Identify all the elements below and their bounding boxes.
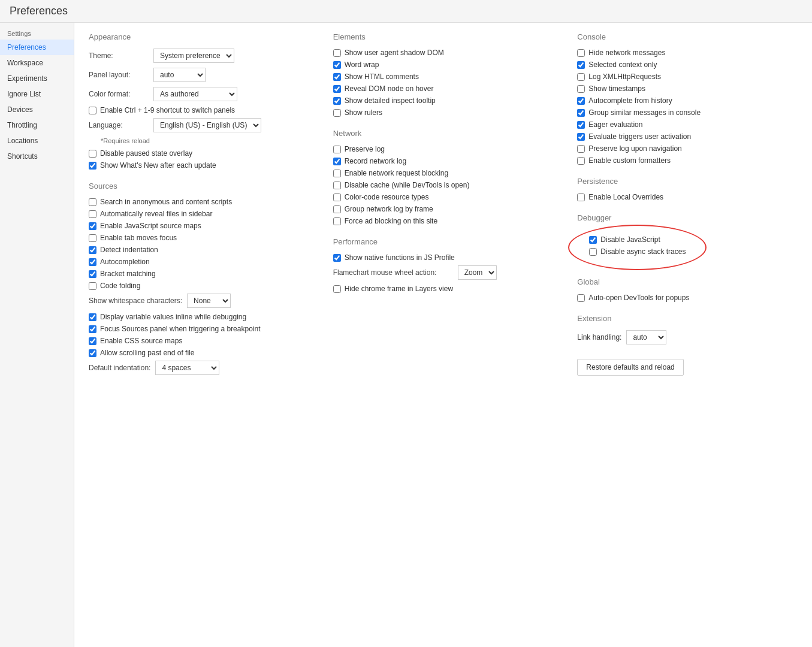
sidebar-item-ignore-list[interactable]: Ignore List bbox=[0, 86, 74, 102]
console-checkboxes-checkbox-0[interactable] bbox=[577, 49, 585, 57]
whats-new-checkbox[interactable] bbox=[89, 162, 96, 170]
color-format-select[interactable]: As authored HEX RGB HSL bbox=[153, 87, 237, 101]
whitespace-select[interactable]: None All Trailing bbox=[187, 294, 231, 308]
native-functions-checkbox[interactable] bbox=[333, 254, 341, 262]
checkbox-row-1: Disable async stack traces bbox=[589, 247, 686, 256]
link-handling-select[interactable]: auto reveal bbox=[626, 330, 666, 344]
console-checkboxes-label-6: Eager evaluation bbox=[588, 120, 642, 129]
ctrl-shortcut-checkbox[interactable] bbox=[89, 107, 96, 114]
native-functions-label: Show native functions in JS Profile bbox=[345, 253, 455, 262]
sources-checkboxes-checkbox-4[interactable] bbox=[89, 246, 96, 254]
sources-checkboxes-checkbox-3[interactable] bbox=[89, 234, 96, 242]
checkbox-row-4: Detect indentation bbox=[89, 246, 309, 254]
network-checkboxes-label-2: Enable network request blocking bbox=[345, 169, 448, 177]
sidebar-item-shortcuts[interactable]: Shortcuts bbox=[0, 149, 74, 164]
sources-bottom-checkboxes-checkbox-2[interactable] bbox=[89, 337, 96, 345]
sources-bottom-checkboxes-label-3: Allow scrolling past end of file bbox=[100, 349, 194, 357]
elements-checkboxes-checkbox-1[interactable] bbox=[333, 61, 341, 69]
console-checkboxes-checkbox-9[interactable] bbox=[577, 157, 585, 165]
console-checkboxes-checkbox-6[interactable] bbox=[577, 121, 585, 129]
column-1: Appearance Theme: System preference Ligh… bbox=[89, 32, 309, 637]
global-checkboxes-checkbox-0[interactable] bbox=[577, 294, 585, 302]
language-select[interactable]: English (US) - English (US) bbox=[153, 118, 261, 132]
network-checkboxes-checkbox-6[interactable] bbox=[333, 217, 341, 225]
panel-layout-label: Panel layout: bbox=[89, 71, 149, 79]
elements-checkboxes-checkbox-0[interactable] bbox=[333, 49, 341, 57]
indentation-row: Default indentation: 2 spaces 4 spaces 8… bbox=[89, 361, 309, 375]
debugger-section: Disable JavaScriptDisable async stack tr… bbox=[577, 229, 698, 265]
checkbox-row-0: Show user agent shadow DOM bbox=[333, 49, 554, 57]
checkbox-row-0: Enable Local Overrides bbox=[577, 193, 798, 201]
network-checkboxes: Preserve logRecord network logEnable net… bbox=[333, 145, 554, 225]
sources-checkboxes-checkbox-2[interactable] bbox=[89, 222, 96, 230]
network-checkboxes-checkbox-1[interactable] bbox=[333, 158, 341, 165]
sources-checkboxes-checkbox-0[interactable] bbox=[89, 198, 96, 206]
sources-section-header: Sources bbox=[89, 182, 309, 191]
sources-bottom-checkboxes-label-1: Focus Sources panel when triggering a br… bbox=[100, 325, 261, 333]
persistence-checkboxes-checkbox-0[interactable] bbox=[577, 194, 585, 201]
disable-paused-label: Disable paused state overlay bbox=[100, 149, 192, 158]
indentation-select[interactable]: 2 spaces 4 spaces 8 spaces Tab character bbox=[155, 361, 219, 375]
ctrl-shortcut-label: Enable Ctrl + 1-9 shortcut to switch pan… bbox=[100, 106, 235, 114]
console-checkboxes-checkbox-8[interactable] bbox=[577, 145, 585, 153]
checkbox-row-1: Selected context only bbox=[577, 61, 798, 69]
elements-checkboxes-checkbox-5[interactable] bbox=[333, 109, 341, 117]
hide-chrome-row: Hide chrome frame in Layers view bbox=[333, 285, 554, 293]
console-checkboxes-checkbox-7[interactable] bbox=[577, 133, 585, 141]
column-3: Console Hide network messagesSelected co… bbox=[577, 32, 798, 637]
restore-button[interactable]: Restore defaults and reload bbox=[577, 359, 683, 376]
elements-checkboxes: Show user agent shadow DOMWord wrapShow … bbox=[333, 49, 554, 117]
language-row: Language: English (US) - English (US) bbox=[89, 118, 309, 132]
console-checkboxes-checkbox-2[interactable] bbox=[577, 73, 585, 81]
sources-bottom-checkboxes: Display variable values inline while deb… bbox=[89, 313, 309, 357]
sidebar-item-preferences[interactable]: Preferences bbox=[0, 40, 74, 55]
checkbox-row-0: Auto-open DevTools for popups bbox=[577, 294, 798, 302]
sources-checkboxes-checkbox-1[interactable] bbox=[89, 210, 96, 218]
sources-bottom-checkboxes-checkbox-1[interactable] bbox=[89, 325, 96, 333]
theme-select[interactable]: System preference Light Dark bbox=[153, 49, 234, 63]
elements-checkboxes-checkbox-2[interactable] bbox=[333, 73, 341, 81]
sidebar-item-devices[interactable]: Devices bbox=[0, 102, 74, 117]
network-checkboxes-checkbox-5[interactable] bbox=[333, 205, 341, 213]
sources-checkboxes-label-1: Automatically reveal files in sidebar bbox=[100, 210, 212, 218]
console-checkboxes-checkbox-3[interactable] bbox=[577, 85, 585, 93]
sources-bottom-checkboxes-label-0: Display variable values inline while deb… bbox=[100, 313, 246, 321]
console-checkboxes-label-1: Selected context only bbox=[588, 61, 657, 69]
disable-paused-checkbox[interactable] bbox=[89, 150, 96, 158]
sidebar-item-locations[interactable]: Locations bbox=[0, 133, 74, 149]
console-checkboxes-checkbox-1[interactable] bbox=[577, 61, 585, 69]
sidebar-item-workspace[interactable]: Workspace bbox=[0, 55, 74, 71]
checkbox-row-0: Preserve log bbox=[333, 145, 554, 153]
network-checkboxes-checkbox-0[interactable] bbox=[333, 146, 341, 153]
sources-checkboxes-label-3: Enable tab moves focus bbox=[100, 234, 177, 242]
sources-bottom-checkboxes-checkbox-3[interactable] bbox=[89, 349, 96, 357]
sidebar-item-throttling[interactable]: Throttling bbox=[0, 117, 74, 133]
checkbox-row-3: Allow scrolling past end of file bbox=[89, 349, 309, 357]
sources-checkboxes-checkbox-6[interactable] bbox=[89, 270, 96, 278]
console-checkboxes-checkbox-5[interactable] bbox=[577, 109, 585, 117]
elements-section-header: Elements bbox=[333, 32, 554, 41]
flamechart-select[interactable]: Zoom Scroll bbox=[458, 265, 497, 280]
sources-bottom-checkboxes-checkbox-0[interactable] bbox=[89, 313, 96, 321]
console-checkboxes-label-4: Autocomplete from history bbox=[588, 96, 672, 105]
checkbox-row-5: Group network log by frame bbox=[333, 205, 554, 213]
link-handling-row: Link handling: auto reveal bbox=[577, 330, 798, 344]
sidebar-item-experiments[interactable]: Experiments bbox=[0, 71, 74, 86]
checkbox-row-9: Enable custom formatters bbox=[577, 156, 798, 165]
network-checkboxes-checkbox-3[interactable] bbox=[333, 182, 341, 189]
elements-checkboxes-checkbox-4[interactable] bbox=[333, 97, 341, 105]
panel-layout-select[interactable]: auto horizontal vertical bbox=[153, 68, 206, 82]
network-checkboxes-checkbox-2[interactable] bbox=[333, 170, 341, 177]
console-checkboxes-checkbox-4[interactable] bbox=[577, 97, 585, 105]
sources-checkboxes-checkbox-5[interactable] bbox=[89, 258, 96, 266]
console-checkboxes-label-0: Hide network messages bbox=[588, 49, 665, 57]
elements-checkboxes-checkbox-3[interactable] bbox=[333, 85, 341, 93]
persistence-section-header: Persistence bbox=[577, 177, 798, 186]
column-2: Elements Show user agent shadow DOMWord … bbox=[333, 32, 554, 637]
hide-chrome-checkbox[interactable] bbox=[333, 285, 341, 293]
sources-checkboxes-checkbox-7[interactable] bbox=[89, 282, 96, 290]
network-checkboxes-checkbox-4[interactable] bbox=[333, 194, 341, 201]
debugger-checkboxes-checkbox-0[interactable] bbox=[589, 236, 597, 244]
checkbox-row-2: Show HTML comments bbox=[333, 72, 554, 81]
debugger-checkboxes-checkbox-1[interactable] bbox=[589, 248, 597, 256]
